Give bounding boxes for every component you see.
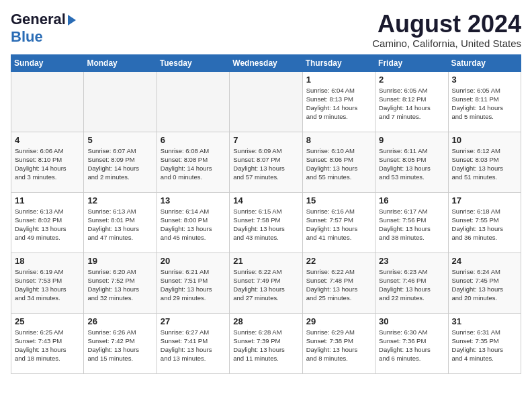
calendar-cell: 6Sunrise: 6:08 AM Sunset: 8:08 PM Daylig…: [157, 132, 229, 192]
calendar-cell: 25Sunrise: 6:25 AM Sunset: 7:43 PM Dayli…: [11, 313, 84, 373]
calendar-cell: 12Sunrise: 6:13 AM Sunset: 8:01 PM Dayli…: [84, 192, 157, 253]
day-info: Sunrise: 6:20 AM Sunset: 7:52 PM Dayligh…: [87, 267, 152, 303]
calendar-cell: 8Sunrise: 6:10 AM Sunset: 8:06 PM Daylig…: [302, 132, 375, 192]
day-number: 14: [233, 195, 298, 205]
day-number: 22: [306, 256, 371, 266]
day-info: Sunrise: 6:31 AM Sunset: 7:35 PM Dayligh…: [452, 328, 517, 363]
day-info: Sunrise: 6:21 AM Sunset: 7:51 PM Dayligh…: [161, 267, 226, 303]
day-info: Sunrise: 6:06 AM Sunset: 8:10 PM Dayligh…: [15, 146, 80, 182]
calendar-cell: 10Sunrise: 6:12 AM Sunset: 8:03 PM Dayli…: [448, 132, 521, 192]
header-tuesday: Tuesday: [157, 54, 229, 71]
calendar-cell: 2Sunrise: 6:05 AM Sunset: 8:12 PM Daylig…: [375, 71, 448, 132]
day-info: Sunrise: 6:25 AM Sunset: 7:43 PM Dayligh…: [15, 328, 80, 363]
day-number: 31: [452, 316, 517, 326]
day-info: Sunrise: 6:07 AM Sunset: 8:09 PM Dayligh…: [87, 146, 152, 182]
calendar-cell: 20Sunrise: 6:21 AM Sunset: 7:51 PM Dayli…: [157, 253, 229, 313]
calendar-week-2: 11Sunrise: 6:13 AM Sunset: 8:02 PM Dayli…: [11, 192, 521, 253]
calendar-table: SundayMondayTuesdayWednesdayThursdayFrid…: [11, 54, 521, 374]
day-number: 17: [452, 195, 517, 205]
calendar-cell: 30Sunrise: 6:30 AM Sunset: 7:36 PM Dayli…: [375, 313, 448, 373]
day-number: 12: [87, 195, 152, 205]
day-info: Sunrise: 6:12 AM Sunset: 8:03 PM Dayligh…: [452, 146, 517, 182]
day-number: 7: [233, 135, 298, 145]
calendar-cell: 19Sunrise: 6:20 AM Sunset: 7:52 PM Dayli…: [84, 253, 157, 313]
calendar-cell: 24Sunrise: 6:24 AM Sunset: 7:45 PM Dayli…: [448, 253, 521, 313]
calendar-cell: 16Sunrise: 6:17 AM Sunset: 7:56 PM Dayli…: [375, 192, 448, 253]
day-info: Sunrise: 6:10 AM Sunset: 8:06 PM Dayligh…: [306, 146, 371, 182]
day-number: 24: [452, 256, 517, 266]
month-title: August 2024: [372, 11, 521, 38]
day-info: Sunrise: 6:19 AM Sunset: 7:53 PM Dayligh…: [15, 267, 80, 303]
calendar-cell: 17Sunrise: 6:18 AM Sunset: 7:55 PM Dayli…: [448, 192, 521, 253]
day-info: Sunrise: 6:26 AM Sunset: 7:42 PM Dayligh…: [87, 328, 152, 363]
day-info: Sunrise: 6:05 AM Sunset: 8:11 PM Dayligh…: [452, 86, 517, 122]
day-number: 23: [379, 256, 444, 266]
day-number: 28: [233, 316, 298, 326]
title-area: August 2024 Camino, California, United S…: [372, 11, 521, 49]
header-thursday: Thursday: [302, 54, 375, 71]
calendar-cell: [11, 71, 84, 132]
calendar-cell: 7Sunrise: 6:09 AM Sunset: 8:07 PM Daylig…: [230, 132, 302, 192]
day-info: Sunrise: 6:24 AM Sunset: 7:45 PM Dayligh…: [452, 267, 517, 303]
day-number: 8: [306, 135, 371, 145]
logo: General Blue: [11, 11, 76, 46]
day-number: 2: [379, 75, 444, 85]
calendar-cell: 28Sunrise: 6:28 AM Sunset: 7:39 PM Dayli…: [230, 313, 302, 373]
calendar-cell: 29Sunrise: 6:29 AM Sunset: 7:38 PM Dayli…: [302, 313, 375, 373]
day-info: Sunrise: 6:15 AM Sunset: 7:58 PM Dayligh…: [233, 207, 298, 242]
day-info: Sunrise: 6:27 AM Sunset: 7:41 PM Dayligh…: [161, 328, 226, 363]
day-info: Sunrise: 6:30 AM Sunset: 7:36 PM Dayligh…: [379, 328, 444, 363]
calendar-cell: 21Sunrise: 6:22 AM Sunset: 7:49 PM Dayli…: [230, 253, 302, 313]
day-number: 27: [161, 316, 226, 326]
logo-general: General: [11, 11, 66, 28]
day-info: Sunrise: 6:14 AM Sunset: 8:00 PM Dayligh…: [161, 207, 226, 242]
calendar-cell: 3Sunrise: 6:05 AM Sunset: 8:11 PM Daylig…: [448, 71, 521, 132]
day-number: 3: [452, 75, 517, 85]
calendar-header-row: SundayMondayTuesdayWednesdayThursdayFrid…: [11, 54, 521, 71]
day-info: Sunrise: 6:13 AM Sunset: 8:02 PM Dayligh…: [15, 207, 80, 242]
calendar-cell: [84, 71, 157, 132]
day-info: Sunrise: 6:18 AM Sunset: 7:55 PM Dayligh…: [452, 207, 517, 242]
day-number: 11: [15, 195, 80, 205]
calendar-cell: 31Sunrise: 6:31 AM Sunset: 7:35 PM Dayli…: [448, 313, 521, 373]
calendar-cell: 18Sunrise: 6:19 AM Sunset: 7:53 PM Dayli…: [11, 253, 84, 313]
day-number: 19: [87, 256, 152, 266]
calendar-cell: 9Sunrise: 6:11 AM Sunset: 8:05 PM Daylig…: [375, 132, 448, 192]
day-info: Sunrise: 6:22 AM Sunset: 7:48 PM Dayligh…: [306, 267, 371, 303]
header-sunday: Sunday: [11, 54, 84, 71]
day-number: 16: [379, 195, 444, 205]
calendar-week-3: 18Sunrise: 6:19 AM Sunset: 7:53 PM Dayli…: [11, 253, 521, 313]
day-number: 9: [379, 135, 444, 145]
day-number: 25: [15, 316, 80, 326]
calendar-cell: [230, 71, 302, 132]
day-info: Sunrise: 6:13 AM Sunset: 8:01 PM Dayligh…: [87, 207, 152, 242]
day-info: Sunrise: 6:09 AM Sunset: 8:07 PM Dayligh…: [233, 146, 298, 182]
day-info: Sunrise: 6:08 AM Sunset: 8:08 PM Dayligh…: [161, 146, 226, 182]
location-title: Camino, California, United States: [372, 38, 521, 49]
calendar-cell: 27Sunrise: 6:27 AM Sunset: 7:41 PM Dayli…: [157, 313, 229, 373]
calendar-cell: 11Sunrise: 6:13 AM Sunset: 8:02 PM Dayli…: [11, 192, 84, 253]
day-info: Sunrise: 6:17 AM Sunset: 7:56 PM Dayligh…: [379, 207, 444, 242]
day-number: 1: [306, 75, 371, 85]
calendar-cell: 23Sunrise: 6:23 AM Sunset: 7:46 PM Dayli…: [375, 253, 448, 313]
day-info: Sunrise: 6:11 AM Sunset: 8:05 PM Dayligh…: [379, 146, 444, 182]
day-info: Sunrise: 6:22 AM Sunset: 7:49 PM Dayligh…: [233, 267, 298, 303]
day-number: 29: [306, 316, 371, 326]
day-number: 15: [306, 195, 371, 205]
header-friday: Friday: [375, 54, 448, 71]
calendar-week-0: 1Sunrise: 6:04 AM Sunset: 8:13 PM Daylig…: [11, 71, 521, 132]
day-number: 30: [379, 316, 444, 326]
calendar-body: 1Sunrise: 6:04 AM Sunset: 8:13 PM Daylig…: [11, 71, 521, 373]
day-info: Sunrise: 6:16 AM Sunset: 7:57 PM Dayligh…: [306, 207, 371, 242]
day-number: 20: [161, 256, 226, 266]
day-number: 18: [15, 256, 80, 266]
day-info: Sunrise: 6:05 AM Sunset: 8:12 PM Dayligh…: [379, 86, 444, 122]
calendar-cell: 22Sunrise: 6:22 AM Sunset: 7:48 PM Dayli…: [302, 253, 375, 313]
header-wednesday: Wednesday: [230, 54, 302, 71]
logo-blue: Blue: [11, 28, 43, 45]
calendar-cell: 4Sunrise: 6:06 AM Sunset: 8:10 PM Daylig…: [11, 132, 84, 192]
calendar-cell: 1Sunrise: 6:04 AM Sunset: 8:13 PM Daylig…: [302, 71, 375, 132]
day-number: 6: [161, 135, 226, 145]
day-info: Sunrise: 6:29 AM Sunset: 7:38 PM Dayligh…: [306, 328, 371, 363]
day-info: Sunrise: 6:04 AM Sunset: 8:13 PM Dayligh…: [306, 86, 371, 122]
